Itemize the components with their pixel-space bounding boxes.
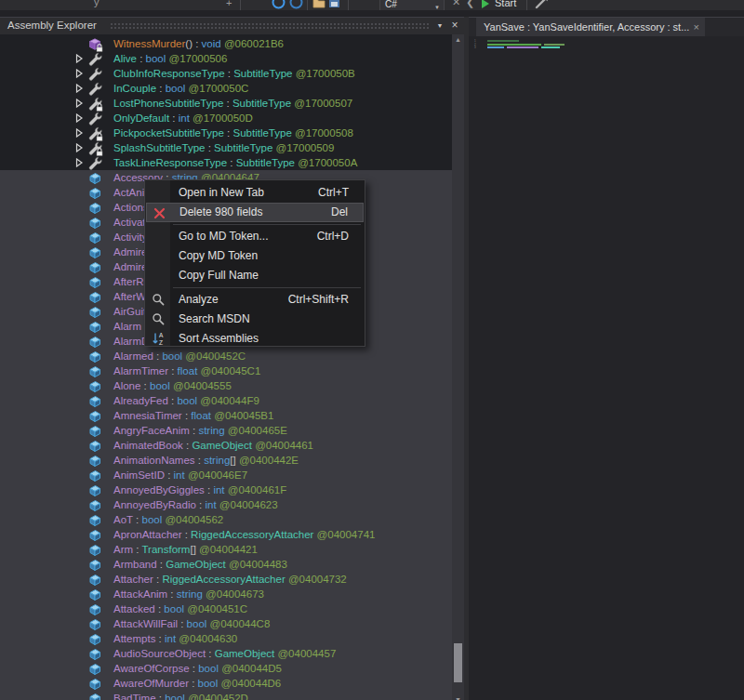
tree-row[interactable]: AttackAnim : string @04004673 [0,587,452,601]
field-cube-icon [87,394,102,408]
menu-item[interactable]: AZSort Assemblies [146,329,364,349]
field-cube-icon [87,454,102,468]
nav-back-icon[interactable] [272,0,286,9]
expander-icon [75,84,84,93]
member-name: AnnoyedByGiggles [113,484,205,495]
tree-row[interactable]: AnimatedBook : GameObject @04004461 [0,438,452,453]
field-icon-slot [87,617,102,631]
member-name: LostPhoneSubtitleType [113,98,223,109]
cropped-menu-text: y [94,0,100,7]
member-type: GameObject [192,440,252,451]
tree-row[interactable]: WitnessMurder() : void @060021B6 [0,36,452,51]
tree-row[interactable]: AudioSourceObject : GameObject @04004457 [0,646,452,661]
tree-row[interactable]: Attacher : RiggedAccessoryAttacher @0400… [0,572,452,587]
save-icon[interactable] [328,0,340,8]
tree-row[interactable]: AnimationNames : string[] @0400442E [0,453,452,468]
tree-scrollbar[interactable]: ▲ ▼ [452,34,464,700]
member-type: bool [198,678,219,689]
menu-item[interactable]: Search MSDN [146,310,364,329]
field-cube-icon [87,305,102,319]
expander-icon [75,99,84,108]
tree-row[interactable]: InCouple : bool @1700050C [0,81,452,96]
menu-item[interactable]: AnalyzeCtrl+Shift+R [146,290,364,310]
member-address: @040044D6 [218,678,281,689]
field-icon-slot [87,379,102,393]
field-cube-icon [87,379,102,393]
panel-header[interactable]: Assembly Explorer ▼ × [0,18,465,34]
menu-item[interactable]: Copy MD Token [146,246,364,266]
add-icon[interactable]: + [226,0,232,8]
tree-row[interactable]: AoT : bool @04004562 [0,512,452,527]
search-icon [152,293,166,307]
settings-wrench-icon[interactable] [534,0,551,10]
menu-item-shortcut: Del [331,204,348,221]
scroll-down-arrow-icon[interactable]: ▼ [452,696,464,700]
tree-row[interactable]: LostPhoneSubtitleType : SubtitleType @17… [0,96,452,111]
member-type: int [179,112,190,124]
member-address: @17000509 [272,142,334,153]
member-address: @0400451C [184,603,247,614]
tree-row[interactable]: OnlyDefault : int @1700050D [0,111,452,125]
member-name: SplashSubtitleType [113,142,205,153]
tree-row[interactable]: Alarmed : bool @0400452C [0,349,452,363]
tree-row[interactable]: Attacked : bool @0400451C [0,601,452,616]
tree-row[interactable]: PickpocketSubtitleType : SubtitleType @1… [0,125,452,140]
property-icon-slot [87,67,102,81]
member-type: string [198,425,224,436]
member-address: @040044D5 [219,663,282,674]
tree-row[interactable]: AwareOfCorpse : bool @040044D5 [0,661,452,676]
member-type: float [178,365,198,376]
tree-row[interactable]: AwareOfMurder : bool @040044D6 [0,676,452,691]
member-address: @17000507 [291,98,352,109]
menu-item[interactable]: Delete 980 fieldsDel [146,203,364,222]
scrollbar-thumb[interactable] [454,643,462,682]
field-icon-slot [87,201,102,215]
field-cube-icon [87,498,102,512]
field-icon-slot [87,231,102,244]
member-address: @060021B6 [221,38,284,49]
member-address: @04004623 [217,499,278,510]
panel-close-button[interactable]: × [448,19,461,33]
tree-row[interactable]: TaskLineResponseType : SubtitleType @170… [0,155,452,170]
field-icon-slot [87,186,102,200]
code-editor[interactable]: 123 [469,36,744,700]
open-folder-icon[interactable] [312,0,326,8]
tree-row[interactable]: AnnoyedByRadio : int @04004623 [0,497,452,512]
language-combo[interactable]: C# ▼ [379,0,445,10]
tab-yansave[interactable]: YanSave : YanSaveIdentifier, Accessory :… [476,18,705,36]
menu-item[interactable]: Open in New TabCtrl+T [146,183,364,203]
scroll-up-arrow-icon[interactable]: ▲ [452,36,464,43]
menu-item[interactable]: Go to MD Token...Ctrl+D [146,227,364,246]
start-label: Start [495,0,516,8]
tree-row[interactable]: AttackWillFail : bool @040044C8 [0,616,452,631]
member-type: bool [166,83,186,94]
nav-forward-icon[interactable] [289,0,303,9]
property-icon-slot [87,97,102,111]
tree-row[interactable]: AnnoyedByGiggles : int @0400461F [0,482,452,497]
tree-row[interactable]: Attempts : int @04004630 [0,631,452,646]
menu-item[interactable]: Copy Full Name [146,266,364,285]
toolbar-separator [526,0,527,10]
field-icon-slot [87,602,102,616]
tree-row[interactable]: AlarmTimer : float @040045C1 [0,363,452,378]
tree-row[interactable]: AlreadyFed : bool @040044F9 [0,393,452,408]
field-icon-slot [87,290,102,304]
tree-row[interactable]: AmnesiaTimer : float @040045B1 [0,408,452,423]
tree-row[interactable]: AngryFaceAnim : string @0400465E [0,423,452,438]
member-type: SubtitleType [232,98,291,109]
tree-row[interactable]: BadTime : bool @0400452D [0,691,452,700]
tree-row[interactable]: Alone : bool @04004555 [0,378,452,393]
tree-row[interactable]: Arm : Transform[] @04004421 [0,542,452,557]
tree-row[interactable]: ApronAttacher : RiggedAccessoryAttacher … [0,527,452,542]
field-icon-slot [87,662,102,676]
field-icon-slot [87,171,102,185]
tree-row[interactable]: Armband : GameObject @04004483 [0,557,452,572]
tree-row[interactable]: AnimSetID : int @040046E7 [0,468,452,482]
tree-row[interactable]: ClubInfoResponseType : SubtitleType @170… [0,66,452,81]
tree-row[interactable]: SplashSubtitleType : SubtitleType @17000… [0,140,452,155]
context-menu: Open in New TabCtrl+TDelete 980 fieldsDe… [144,179,365,347]
tab-close-icon[interactable]: × [694,18,699,36]
field-icon-slot [87,350,102,363]
tree-row[interactable]: Alive : bool @17000506 [0,51,452,66]
panel-menu-dropdown[interactable]: ▼ [433,19,446,33]
